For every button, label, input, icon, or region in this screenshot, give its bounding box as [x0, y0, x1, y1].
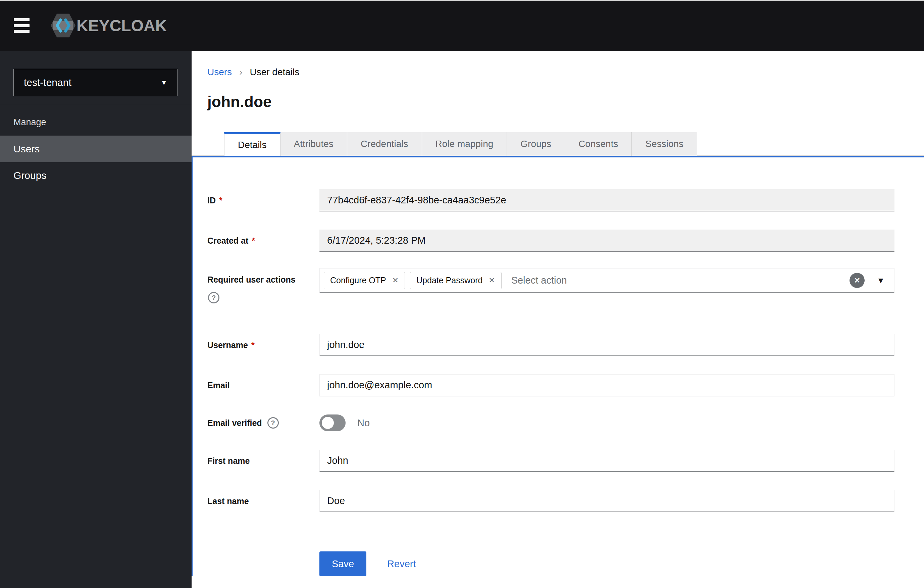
form-row-id: ID* [207, 189, 924, 211]
realm-selector[interactable]: test-tenant ▼ [13, 69, 178, 96]
email-verified-label: Email verified ? [207, 417, 319, 429]
chevron-right-icon: › [239, 67, 242, 78]
breadcrumb-users-link[interactable]: Users [207, 67, 232, 78]
sidebar-nav: Manage Users Groups [0, 105, 191, 188]
required-actions-multiselect[interactable]: Configure OTP ✕ Update Password ✕ Select… [319, 268, 894, 293]
keycloak-hexagon-icon [50, 11, 76, 40]
nav-toggle-hamburger-icon[interactable] [14, 18, 30, 33]
required-asterisk: * [251, 340, 255, 350]
form-row-first-name: First name [207, 450, 924, 472]
created-at-field [319, 230, 894, 252]
realm-selector-value: test-tenant [24, 77, 71, 88]
form-row-email-verified: Email verified ? No [207, 415, 924, 431]
sidebar-item-users[interactable]: Users [0, 135, 191, 162]
clear-selection-icon[interactable]: ✕ [850, 273, 865, 288]
breadcrumb-current: User details [250, 67, 299, 78]
toggle-knob [322, 417, 334, 429]
chip-configure-otp: Configure OTP ✕ [324, 272, 405, 289]
tab-consents[interactable]: Consents [565, 132, 632, 156]
caret-down-icon: ▼ [160, 79, 167, 87]
tab-attributes[interactable]: Attributes [280, 132, 347, 156]
toggle-state-label: No [357, 418, 370, 429]
tab-groups[interactable]: Groups [507, 132, 565, 156]
tab-role-mapping[interactable]: Role mapping [422, 132, 507, 156]
breadcrumb: Users › User details [207, 66, 924, 78]
username-field[interactable] [319, 334, 894, 356]
form-row-username: Username* [207, 334, 924, 356]
sidebar: test-tenant ▼ Manage Users Groups [0, 51, 191, 588]
save-button[interactable]: Save [319, 552, 366, 576]
first-name-label: First name [207, 456, 319, 466]
caret-down-icon[interactable]: ▼ [877, 276, 885, 285]
sidebar-item-label: Groups [13, 170, 46, 181]
tab-details[interactable]: Details [224, 132, 280, 156]
masthead: KEYCLOAK [0, 0, 924, 51]
main-content: Users › User details john.doe Details At… [191, 51, 924, 588]
chip-remove-icon[interactable]: ✕ [488, 276, 495, 285]
username-label: Username* [207, 340, 319, 350]
nav-section-label: Manage [0, 105, 191, 135]
form-row-email: Email [207, 374, 924, 396]
revert-button[interactable]: Revert [387, 558, 416, 570]
form-row-created-at: Created at* [207, 230, 924, 252]
email-label: Email [207, 381, 319, 390]
tab-credentials[interactable]: Credentials [347, 132, 422, 156]
last-name-field[interactable] [319, 490, 894, 512]
sidebar-item-groups[interactable]: Groups [0, 162, 191, 188]
brand-text: KEYCLOAK [76, 17, 167, 35]
email-field[interactable] [319, 374, 894, 396]
window-top-edge [0, 0, 924, 1]
keycloak-logo: KEYCLOAK [50, 11, 167, 40]
tab-strip: Details Attributes Credentials Role mapp… [191, 132, 924, 156]
chip-remove-icon[interactable]: ✕ [392, 276, 399, 285]
form-row-last-name: Last name [207, 490, 924, 512]
page-title: john.doe [207, 92, 924, 111]
id-field [319, 189, 894, 211]
chip-update-password: Update Password ✕ [410, 272, 502, 289]
help-icon[interactable]: ? [267, 417, 279, 429]
tab-sessions[interactable]: Sessions [632, 132, 697, 156]
help-icon[interactable]: ? [208, 292, 219, 303]
first-name-field[interactable] [319, 450, 894, 472]
form-row-required-actions: Required user actions ? Configure OTP ✕ … [207, 268, 924, 303]
last-name-label: Last name [207, 496, 319, 506]
created-at-label: Created at* [207, 236, 319, 246]
select-placeholder: Select action [512, 275, 567, 286]
details-panel: ID* Created at* Required user actions [191, 156, 924, 576]
required-actions-label: Required user actions ? [207, 268, 319, 303]
required-asterisk: * [252, 236, 255, 245]
sidebar-item-label: Users [13, 143, 40, 155]
email-verified-toggle[interactable] [319, 415, 346, 431]
required-asterisk: * [219, 196, 223, 205]
form-actions: Save Revert [207, 552, 924, 576]
keycloak-admin-console: KEYCLOAK test-tenant ▼ Manage Users Grou… [0, 0, 924, 588]
id-label: ID* [207, 196, 319, 205]
